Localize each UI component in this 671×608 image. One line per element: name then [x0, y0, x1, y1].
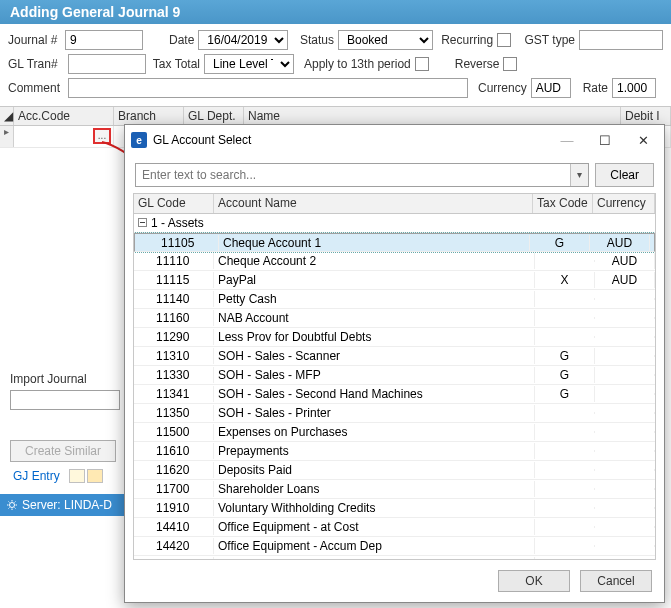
row-tax	[535, 545, 595, 547]
group-label: 1 - Assets	[151, 216, 204, 230]
row-tax	[535, 431, 595, 433]
cancel-button[interactable]: Cancel	[580, 570, 652, 592]
ok-button[interactable]: OK	[498, 570, 570, 592]
row-currency	[595, 374, 655, 376]
row-tax	[535, 298, 595, 300]
row-code: 11160	[134, 310, 214, 326]
account-row[interactable]: 11140Petty Cash	[134, 290, 655, 309]
row-name: SOH - Sales - Printer	[214, 405, 535, 421]
col-tax-code[interactable]: Tax Code	[533, 194, 593, 213]
row-name: Shareholder Loans	[214, 481, 535, 497]
row-tax	[535, 317, 595, 319]
row-tax	[535, 488, 595, 490]
col-acccode[interactable]: Acc.Code	[14, 107, 114, 125]
tab-gj-entry[interactable]: GJ Entry	[6, 466, 67, 486]
dialog-app-icon: e	[131, 132, 147, 148]
search-dropdown-icon[interactable]: ▾	[570, 164, 588, 186]
row-code: 14610	[134, 557, 214, 559]
account-row[interactable]: 11310SOH - Sales - ScannerG	[134, 347, 655, 366]
row-currency: AUD	[595, 272, 655, 288]
gst-type-input[interactable]	[579, 30, 663, 50]
account-row[interactable]: 11341SOH - Sales - Second Hand MachinesG	[134, 385, 655, 404]
comment-input[interactable]	[68, 78, 468, 98]
row-name: Voluntary Withholding Credits	[214, 500, 535, 516]
acccode-lookup-button[interactable]: ...	[93, 128, 111, 144]
minimize-button[interactable]: —	[548, 127, 586, 153]
collapse-icon[interactable]	[138, 218, 147, 227]
apply-13-checkbox[interactable]	[415, 57, 429, 71]
row-currency: AUD	[590, 235, 650, 251]
create-similar-button[interactable]: Create Similar	[10, 440, 116, 462]
account-row[interactable]: 11610Prepayments	[134, 442, 655, 461]
apply-13-label: Apply to 13th period	[304, 57, 411, 71]
account-row[interactable]: 11105Cheque Account 1GAUD	[134, 233, 655, 252]
recurring-checkbox[interactable]	[497, 33, 510, 47]
account-row[interactable]: 11110Cheque Account 2AUD	[134, 252, 655, 271]
col-branch[interactable]: Branch	[114, 107, 184, 125]
account-row[interactable]: 14610Motor Vehicles - at Cost	[134, 556, 655, 559]
row-code: 11500	[134, 424, 214, 440]
tab-doc-icon[interactable]	[69, 469, 85, 483]
tax-total-select[interactable]: Line Level TP	[204, 54, 294, 74]
row-name: SOH - Sales - MFP	[214, 367, 535, 383]
col-debit[interactable]: Debit I	[621, 107, 671, 125]
row-currency	[595, 317, 655, 319]
row-tax	[535, 336, 595, 338]
group-row-assets[interactable]: 1 - Assets	[134, 214, 655, 233]
col-gl-code[interactable]: GL Code	[134, 194, 214, 213]
close-button[interactable]: ✕	[624, 127, 662, 153]
dialog-grid-body[interactable]: 1 - Assets 11105Cheque Account 1GAUD1111…	[134, 214, 655, 559]
col-currency[interactable]: Currency	[593, 194, 655, 213]
tab-folder-icon[interactable]	[87, 469, 103, 483]
gl-tran-input[interactable]	[68, 54, 146, 74]
dialog-titlebar[interactable]: e GL Account Select — ☐ ✕	[125, 125, 664, 155]
col-name[interactable]: Name	[244, 107, 621, 125]
currency-input[interactable]	[531, 78, 571, 98]
status-select[interactable]: Booked	[338, 30, 433, 50]
rate-label: Rate	[583, 81, 608, 95]
row-currency	[595, 431, 655, 433]
account-row[interactable]: 11500Expenses on Purchases	[134, 423, 655, 442]
account-row[interactable]: 14410Office Equipment - at Cost	[134, 518, 655, 537]
col-account-name[interactable]: Account Name	[214, 194, 533, 213]
date-select[interactable]: 16/04/2019	[198, 30, 288, 50]
account-row[interactable]: 11160NAB Account	[134, 309, 655, 328]
row-indicator-icon: ▸	[0, 126, 14, 147]
account-row[interactable]: 14420Office Equipment - Accum Dep	[134, 537, 655, 556]
col-gldept[interactable]: GL Dept.	[184, 107, 244, 125]
gl-tran-label: GL Tran#	[8, 57, 64, 71]
dialog-footer: OK Cancel	[125, 560, 664, 602]
rate-input[interactable]	[612, 78, 656, 98]
import-journal-label: Import Journal	[10, 372, 120, 386]
import-journal-input[interactable]	[10, 390, 120, 410]
row-currency	[595, 393, 655, 395]
clear-button[interactable]: Clear	[595, 163, 654, 187]
account-row[interactable]: 11290Less Prov for Doubtful Debts	[134, 328, 655, 347]
row-name: Cheque Account 2	[214, 253, 535, 269]
row-code: 11290	[134, 329, 214, 345]
row-name: Cheque Account 1	[219, 235, 530, 251]
row-name: Expenses on Purchases	[214, 424, 535, 440]
dialog-grid: GL Code Account Name Tax Code Currency 1…	[133, 193, 656, 560]
tax-total-label: Tax Total	[150, 57, 200, 71]
maximize-button[interactable]: ☐	[586, 127, 624, 153]
account-row[interactable]: 11910Voluntary Withholding Credits	[134, 499, 655, 518]
cell-acccode[interactable]: ...	[14, 126, 114, 147]
dialog-title: GL Account Select	[153, 133, 548, 147]
account-row[interactable]: 11620Deposits Paid	[134, 461, 655, 480]
account-row[interactable]: 11700Shareholder Loans	[134, 480, 655, 499]
search-combo[interactable]: ▾	[135, 163, 589, 187]
account-row[interactable]: 11330SOH - Sales - MFPG	[134, 366, 655, 385]
account-row[interactable]: 11115PayPalXAUD	[134, 271, 655, 290]
row-tax: G	[535, 348, 595, 364]
journal-no-input[interactable]	[65, 30, 143, 50]
row-code: 11110	[134, 253, 214, 269]
row-code: 14410	[134, 519, 214, 535]
server-label: Server: LINDA-D	[22, 498, 112, 512]
row-code: 14420	[134, 538, 214, 554]
reverse-checkbox[interactable]	[503, 57, 517, 71]
search-input[interactable]	[136, 164, 570, 186]
row-currency: AUD	[595, 253, 655, 269]
account-row[interactable]: 11350SOH - Sales - Printer	[134, 404, 655, 423]
row-tax: G	[535, 367, 595, 383]
